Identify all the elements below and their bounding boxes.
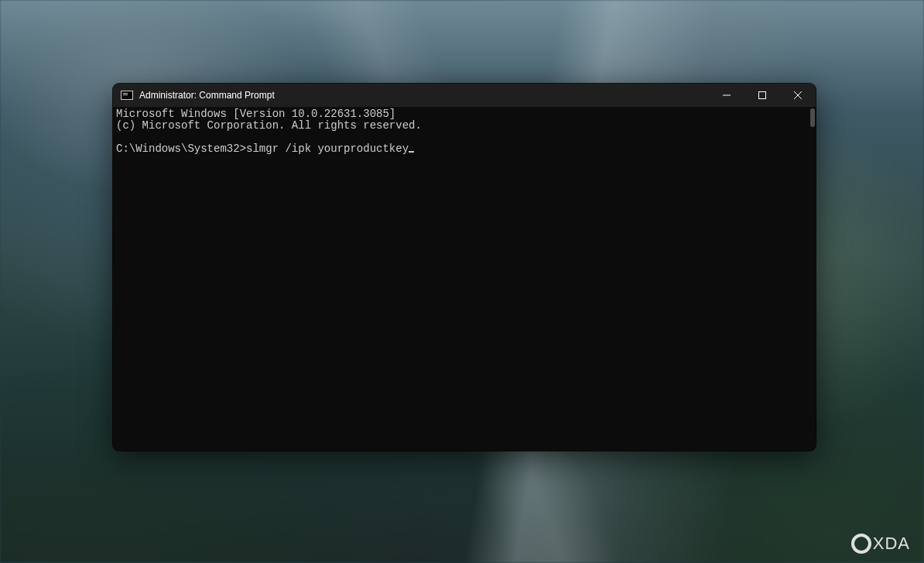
close-icon [794, 91, 802, 99]
command-prompt-window: Administrator: Command Prompt Microsoft … [113, 84, 816, 451]
xda-watermark: XDA [851, 534, 910, 554]
scrollbar-track[interactable] [805, 107, 816, 451]
maximize-button[interactable] [744, 84, 780, 107]
maximize-icon [758, 91, 766, 99]
terminal-line-2: (c) Microsoft Corporation. All rights re… [116, 119, 422, 132]
cmd-icon [121, 91, 133, 100]
svg-rect-1 [759, 92, 766, 99]
xda-logo-icon [851, 534, 871, 554]
minimize-icon [723, 91, 731, 99]
window-title: Administrator: Command Prompt [139, 90, 275, 101]
terminal-cursor [409, 151, 414, 153]
minimize-button[interactable] [709, 84, 744, 107]
terminal-command[interactable]: slmgr /ipk yourproductkey [246, 142, 409, 155]
terminal-prompt: C:\Windows\System32> [116, 142, 246, 155]
titlebar[interactable]: Administrator: Command Prompt [113, 84, 816, 107]
close-button[interactable] [780, 84, 816, 107]
terminal-line-1: Microsoft Windows [Version 10.0.22631.30… [116, 108, 395, 120]
terminal-output[interactable]: Microsoft Windows [Version 10.0.22631.30… [113, 107, 816, 451]
watermark-text: XDA [873, 534, 910, 554]
scrollbar-thumb[interactable] [810, 108, 815, 127]
